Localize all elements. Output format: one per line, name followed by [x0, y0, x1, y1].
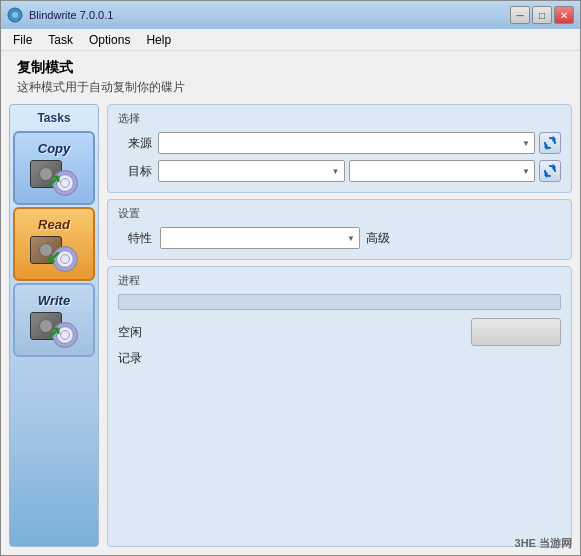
target-label: 目标	[118, 163, 152, 180]
title-buttons: ─ □ ✕	[510, 6, 574, 24]
watermark: 3HE 当游网	[515, 536, 572, 551]
app-icon	[7, 7, 23, 23]
title-bar-left: Blindwrite 7.0.0.1	[7, 7, 113, 23]
menu-file[interactable]: File	[5, 31, 40, 49]
sidebar: Tasks Copy ↗ Read ↙	[9, 104, 99, 547]
target-refresh-button[interactable]	[539, 160, 561, 182]
idle-label: 空闲	[118, 324, 146, 341]
minimize-button[interactable]: ─	[510, 6, 530, 24]
progress-action-button[interactable]	[471, 318, 561, 346]
refresh-icon-target	[543, 164, 557, 178]
main-content: Tasks Copy ↗ Read ↙	[1, 100, 580, 555]
svg-point-1	[12, 12, 18, 18]
log-label: 记录	[118, 350, 146, 367]
source-label: 来源	[118, 135, 152, 152]
selection-section: 选择 来源	[107, 104, 572, 193]
copy-task-icon: ↗	[30, 160, 78, 196]
task-write-label: Write	[38, 293, 70, 308]
page-subtitle: 这种模式用于自动复制你的碟片	[17, 79, 564, 96]
menu-options[interactable]: Options	[81, 31, 138, 49]
read-task-icon: ↙	[30, 236, 78, 272]
progress-legend: 进程	[118, 273, 561, 288]
target-select-main[interactable]	[158, 160, 345, 182]
advanced-label: 高级	[366, 230, 390, 247]
settings-legend: 设置	[118, 206, 561, 221]
property-label: 特性	[118, 230, 152, 247]
settings-row: 特性 高级	[118, 227, 561, 249]
main-window: Blindwrite 7.0.0.1 ─ □ ✕ File Task Optio…	[0, 0, 581, 556]
menu-bar: File Task Options Help	[1, 29, 580, 51]
task-copy-button[interactable]: Copy ↗	[13, 131, 95, 205]
task-copy-label: Copy	[38, 141, 71, 156]
arrow-up-icon: ↗	[46, 322, 61, 344]
selection-legend: 选择	[118, 111, 561, 126]
property-select-wrapper: 高级	[160, 227, 390, 249]
source-select[interactable]	[158, 132, 535, 154]
property-select[interactable]	[160, 227, 360, 249]
source-refresh-button[interactable]	[539, 132, 561, 154]
progress-bar-container	[118, 294, 561, 310]
task-read-label: Read	[38, 217, 70, 232]
target-row: 目标	[118, 160, 561, 182]
target-select-secondary[interactable]	[349, 160, 536, 182]
arrow-down-icon: ↙	[46, 246, 61, 268]
right-panel: 选择 来源	[107, 104, 572, 547]
progress-section: 进程 空闲 记录	[107, 266, 572, 547]
settings-section: 设置 特性 高级	[107, 199, 572, 260]
sidebar-title: Tasks	[37, 111, 70, 125]
menu-task[interactable]: Task	[40, 31, 81, 49]
task-read-button[interactable]: Read ↙	[13, 207, 95, 281]
log-row: 记录	[118, 350, 561, 367]
progress-info-row: 空闲	[118, 318, 561, 346]
refresh-icon	[543, 136, 557, 150]
target-select-wrapper	[158, 160, 561, 182]
task-write-button[interactable]: Write ↗	[13, 283, 95, 357]
source-select-wrapper	[158, 132, 561, 154]
menu-help[interactable]: Help	[138, 31, 179, 49]
window-body: 复制模式 这种模式用于自动复制你的碟片 Tasks Copy ↗	[1, 51, 580, 555]
source-row: 来源	[118, 132, 561, 154]
page-title: 复制模式	[17, 59, 564, 77]
window-title: Blindwrite 7.0.0.1	[29, 9, 113, 21]
arrow-right-icon: ↗	[46, 170, 61, 192]
maximize-button[interactable]: □	[532, 6, 552, 24]
page-header: 复制模式 这种模式用于自动复制你的碟片	[1, 51, 580, 100]
close-button[interactable]: ✕	[554, 6, 574, 24]
write-task-icon: ↗	[30, 312, 78, 348]
title-bar: Blindwrite 7.0.0.1 ─ □ ✕	[1, 1, 580, 29]
